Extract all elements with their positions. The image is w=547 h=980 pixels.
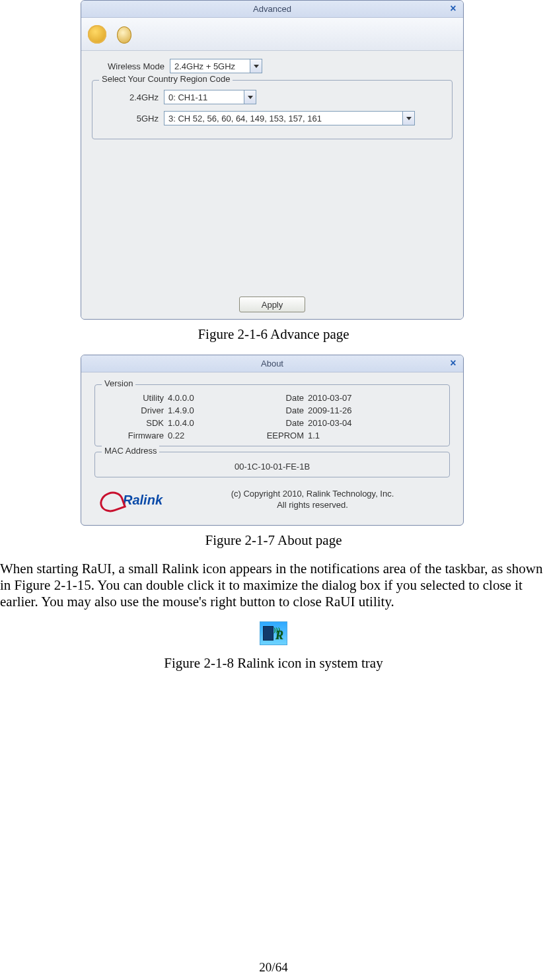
figure-caption-3: Figure 2-1-8 Ralink icon in system tray bbox=[0, 655, 547, 672]
band24-label: 2.4GHz bbox=[99, 92, 159, 102]
figure-caption-1: Figure 2-1-6 Advance page bbox=[0, 326, 547, 343]
copyright-text: (c) Copyright 2010, Ralink Technology, I… bbox=[178, 489, 447, 511]
advanced-toolbar bbox=[81, 18, 463, 51]
version-row-value: 2010-03-07 bbox=[308, 393, 394, 403]
tray-icon-wrap: ))) R bbox=[0, 621, 547, 648]
advanced-title-bar: Advanced × bbox=[81, 1, 463, 18]
band5-label: 5GHz bbox=[99, 114, 159, 123]
about-body: Version Utility 4.0.0.0 Date 2010-03-07 … bbox=[81, 372, 463, 525]
mac-value: 00-1C-10-01-FE-1B bbox=[104, 460, 440, 472]
version-row-label: Driver bbox=[104, 405, 164, 415]
advanced-title: Advanced bbox=[253, 4, 291, 14]
version-row-value: 1.0.4.0 bbox=[168, 418, 240, 428]
band24-select[interactable]: 0: CH1-11 bbox=[164, 90, 256, 104]
version-row-value: 0.22 bbox=[168, 431, 240, 440]
version-group: Version Utility 4.0.0.0 Date 2010-03-07 … bbox=[94, 384, 450, 446]
advanced-footer: Apply bbox=[81, 290, 463, 319]
ralink-tray-icon[interactable]: ))) R bbox=[260, 621, 287, 645]
version-row-value: 4.0.0.0 bbox=[168, 393, 240, 403]
gear-icon[interactable] bbox=[85, 22, 109, 46]
chevron-down-icon bbox=[402, 112, 414, 125]
version-row-label: Date bbox=[244, 393, 304, 403]
apply-button[interactable]: Apply bbox=[239, 297, 305, 312]
version-row-label: Utility bbox=[104, 393, 164, 403]
mac-group: MAC Address 00-1C-10-01-FE-1B bbox=[94, 452, 450, 477]
about-dialog: About × Version Utility 4.0.0.0 Date 201… bbox=[81, 355, 464, 526]
version-row-label: EEPROM bbox=[244, 431, 304, 440]
ralink-logo: Ralink bbox=[97, 487, 170, 513]
about-title-bar: About × bbox=[81, 355, 463, 372]
advanced-dialog: Advanced × Wireless Mode 2.4GHz + 5GHz S… bbox=[81, 0, 464, 320]
about-title: About bbox=[261, 359, 283, 368]
version-grid: Utility 4.0.0.0 Date 2010-03-07 Driver 1… bbox=[104, 393, 440, 440]
version-row-value: 1.4.9.0 bbox=[168, 405, 240, 415]
version-row-value: 2010-03-04 bbox=[308, 418, 394, 428]
figure-caption-2: Figure 2-1-7 About page bbox=[0, 532, 547, 549]
version-row-label: SDK bbox=[104, 418, 164, 428]
version-row-label: Firmware bbox=[104, 431, 164, 440]
copyright-row: Ralink (c) Copyright 2010, Ralink Techno… bbox=[94, 483, 450, 518]
tray-r-letter: R bbox=[275, 629, 283, 643]
band24-value: 0: CH1-11 bbox=[168, 92, 207, 102]
wireless-mode-label: Wireless Mode bbox=[92, 61, 164, 71]
version-legend: Version bbox=[102, 378, 135, 388]
band5-value: 3: CH 52, 56, 60, 64, 149, 153, 157, 161 bbox=[168, 114, 322, 123]
copyright-line2: All rights reserved. bbox=[178, 500, 447, 511]
advanced-body: Wireless Mode 2.4GHz + 5GHz Select Your … bbox=[81, 51, 463, 290]
version-row-label: Date bbox=[244, 405, 304, 415]
band5-select[interactable]: 3: CH 52, 56, 60, 64, 149, 153, 157, 161 bbox=[164, 111, 415, 125]
version-row-value: 2009-11-26 bbox=[308, 405, 394, 415]
close-icon[interactable]: × bbox=[447, 3, 459, 15]
region-code-group: Select Your Country Region Code 2.4GHz 0… bbox=[92, 80, 453, 139]
close-icon[interactable]: × bbox=[447, 357, 459, 369]
version-row-label: Date bbox=[244, 418, 304, 428]
wireless-mode-select[interactable]: 2.4GHz + 5GHz bbox=[170, 59, 262, 73]
chevron-down-icon bbox=[244, 90, 256, 104]
region-code-legend: Select Your Country Region Code bbox=[99, 74, 233, 84]
wireless-mode-value: 2.4GHz + 5GHz bbox=[174, 61, 235, 71]
body-paragraph: When starting RaUI, a small Ralink icon … bbox=[0, 561, 547, 610]
page-number: 20/64 bbox=[0, 960, 547, 975]
ralink-logo-text: Ralink bbox=[123, 493, 163, 508]
copyright-line1: (c) Copyright 2010, Ralink Technology, I… bbox=[178, 489, 447, 500]
mac-legend: MAC Address bbox=[102, 446, 159, 456]
certificate-icon[interactable] bbox=[112, 22, 135, 46]
chevron-down-icon bbox=[250, 59, 262, 73]
version-row-value: 1.1 bbox=[308, 431, 394, 440]
